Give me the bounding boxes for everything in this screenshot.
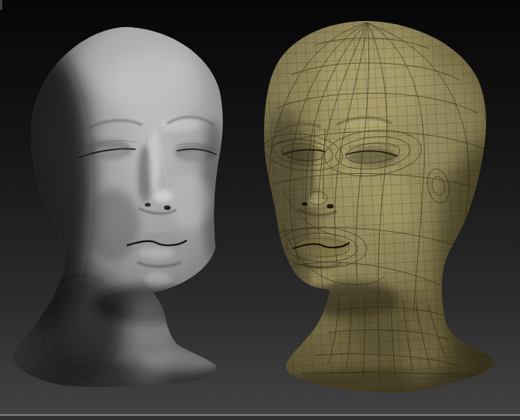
highlight-forehead [103, 51, 205, 126]
nostril-near [326, 204, 333, 208]
bottom-footer-strip [0, 416, 520, 420]
bottom-divider-line [0, 415, 520, 416]
nostril-far [302, 202, 308, 206]
nostril-right [164, 206, 171, 210]
highlight-eyelid-right [180, 149, 207, 160]
highlight-nose-bridge [149, 129, 160, 192]
render-canvas [0, 0, 520, 420]
shadow-cheek-hollow [86, 189, 140, 261]
render-image [0, 0, 520, 420]
highlight-brow-right [159, 117, 201, 132]
highlight-cheek-right [168, 172, 210, 230]
nostril-left [145, 202, 151, 206]
highlight-lower-lip [139, 248, 175, 258]
highlight-chin [144, 272, 171, 286]
corner-artifact [0, 0, 2, 10]
